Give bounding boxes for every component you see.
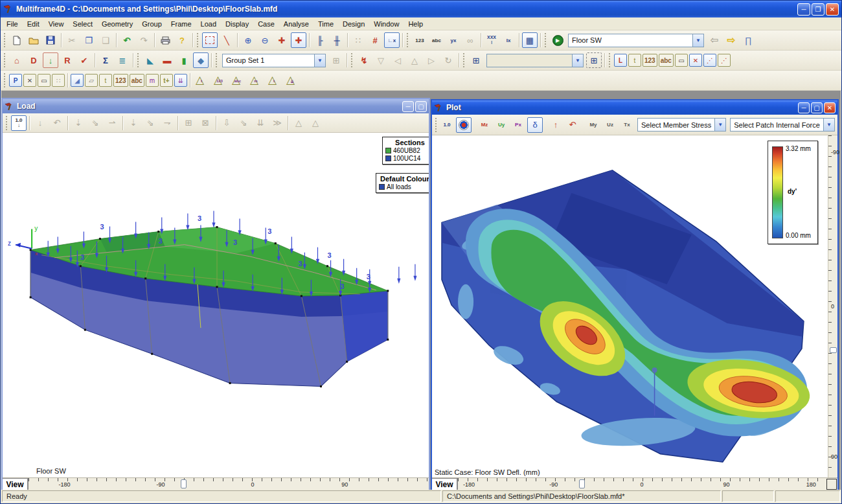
copy-button[interactable]: ❐ [81, 32, 97, 48]
zoom-out-button[interactable]: ⊖ [257, 32, 273, 48]
run-analysis-button[interactable]: ▶ [550, 32, 565, 48]
load-titlebar[interactable]: Load ─ ▢ [3, 99, 429, 113]
patch-numbers-button[interactable]: 123 [113, 74, 128, 87]
analyse-button[interactable]: ↯ [356, 52, 372, 68]
chevron-down-icon[interactable]: ▼ [314, 54, 325, 67]
previous-case-button[interactable]: ⇦ [707, 32, 722, 48]
toolbar-grip[interactable] [4, 33, 6, 47]
distributed-load-button[interactable]: ⇊ [253, 115, 268, 131]
grid-button[interactable]: # [367, 32, 383, 48]
toolbar-grip[interactable] [4, 53, 6, 67]
gravity-load-button[interactable]: ↓ [32, 115, 48, 131]
snap-grid-button[interactable]: ∷ [350, 32, 366, 48]
print-button[interactable] [157, 32, 173, 48]
patch-pressure-load-button[interactable]: △ [308, 115, 323, 131]
load-horizontal-ruler[interactable]: -180 -90 0 90 [28, 478, 429, 490]
paste-button[interactable]: ❑ [98, 32, 113, 48]
load-view-tab[interactable]: View [3, 478, 28, 490]
node-moment-button[interactable]: ⇀ [104, 115, 120, 131]
plot-vertical-ruler[interactable]: -90 0 90 [828, 135, 837, 477]
restore-button[interactable]: ❐ [812, 3, 825, 16]
member-stress-selector[interactable]: Select Member Stress ▼ [637, 118, 726, 132]
patch-material-button[interactable]: m [146, 74, 159, 87]
menu-window[interactable]: Window [369, 19, 404, 29]
load-scale-button[interactable]: 1.0↓ [11, 115, 27, 131]
plate-thickness-button[interactable]: △t [193, 73, 210, 88]
menu-load[interactable]: Load [196, 19, 221, 29]
design-button[interactable]: D [26, 52, 41, 68]
patch-pressure-button[interactable]: ⇊ [174, 74, 187, 87]
chevron-down-icon[interactable]: ▼ [714, 119, 725, 131]
show-sections-button[interactable]: XXXI [484, 32, 499, 48]
first-step-button[interactable]: ◁ [390, 52, 405, 68]
new-button[interactable] [9, 32, 25, 48]
cut-button[interactable]: ✂ [64, 32, 80, 48]
select-rectangle-button[interactable] [202, 32, 218, 48]
show-patch-outline-button[interactable]: ▭ [675, 54, 688, 67]
zoom-in-button[interactable]: ⊕ [240, 32, 256, 48]
menu-select[interactable]: Select [68, 19, 97, 29]
close-button[interactable]: ✕ [826, 3, 839, 16]
flip-plot-button[interactable]: ↑ [548, 117, 563, 133]
toolbar-grip[interactable] [351, 53, 354, 67]
show-local-axes-button[interactable]: yx [446, 32, 461, 48]
show-loads-button[interactable]: L [614, 54, 627, 67]
thermal-load-button[interactable]: ⊞ [181, 115, 196, 131]
axial-x-button[interactable]: Px [510, 117, 526, 133]
open-button[interactable] [26, 32, 41, 48]
chevron-down-icon[interactable]: ▼ [823, 119, 834, 131]
menu-time[interactable]: Time [313, 19, 338, 29]
toolbar-grip[interactable] [463, 53, 466, 67]
show-load-values-button[interactable]: 123 [643, 54, 657, 67]
group-set-selector[interactable]: Group Set 1 ▼ [222, 54, 326, 67]
patch-offset-button[interactable]: t+ [160, 74, 173, 87]
plot-close-button[interactable]: ✕ [824, 102, 836, 113]
toolbar-grip[interactable] [4, 73, 6, 87]
toolbar-grip[interactable] [609, 53, 611, 67]
menu-edit[interactable]: Edit [23, 19, 44, 29]
moment-y-button[interactable]: My [586, 117, 601, 133]
toolbar-grip[interactable] [197, 33, 199, 47]
plate-local-axes-button[interactable]: △t [266, 73, 282, 88]
plot-canvas[interactable]: 3.32 mm dy' 0.00 mm Static Case: Floor S… [432, 135, 828, 477]
plot-horizontal-ruler[interactable]: -180 -90 0 90 180 [458, 478, 826, 490]
torsion-x-button[interactable]: Tx [619, 117, 635, 133]
member-selector[interactable]: ▼ [486, 54, 584, 67]
member-moment-button[interactable]: ⇁ [159, 115, 175, 131]
select-line-button[interactable]: ╲ [219, 32, 234, 48]
ruler-slider[interactable] [579, 479, 585, 488]
plot-titlebar[interactable]: Plot ─ ▢ ✕ [432, 100, 837, 115]
plot-minimize-button[interactable]: ─ [798, 102, 810, 113]
toolbar-grip[interactable] [435, 118, 437, 132]
isometric-view-button[interactable]: ◆ [193, 52, 209, 68]
play-step-button[interactable]: ▷ [424, 52, 439, 68]
reset-plot-button[interactable]: ↶ [565, 117, 580, 133]
load-undo-button[interactable]: ↶ [49, 115, 65, 131]
menu-group[interactable]: Group [137, 19, 166, 29]
patch-outline-button[interactable]: ▭ [38, 74, 51, 87]
show-patch-mesh-button[interactable]: ✕ [689, 54, 702, 67]
menu-help[interactable]: Help [404, 19, 427, 29]
member-grid-button[interactable]: ⊞ [468, 52, 484, 68]
frame-view-button[interactable]: ∏ [740, 32, 756, 48]
side-view-button[interactable]: ▬ [159, 52, 175, 68]
uniform-load-button[interactable]: ⇩ [219, 115, 234, 131]
toolbar-grip[interactable] [545, 33, 547, 47]
minimize-button[interactable]: ─ [797, 3, 810, 16]
menu-file[interactable]: File [2, 19, 23, 29]
member-point-load-button[interactable]: ⇣ [126, 115, 141, 131]
patch-fill-button[interactable]: ◢ [71, 74, 84, 87]
menu-analyse[interactable]: Analyse [279, 19, 313, 29]
show-contour-values-button[interactable]: ⋰ [718, 54, 731, 67]
data-table-button[interactable]: ▦ [522, 32, 538, 48]
show-load-names-button[interactable]: abc [659, 54, 674, 67]
pan-button[interactable]: ✚ [274, 32, 290, 48]
check-button[interactable]: ✔ [76, 52, 92, 68]
plot-view-tab[interactable]: View [432, 478, 458, 490]
show-releases-button[interactable]: ∞ [462, 32, 478, 48]
shear-z-button[interactable]: Uz [602, 117, 618, 133]
ruler-corner-box[interactable] [826, 479, 837, 490]
node-load-button[interactable]: ⇘ [87, 115, 103, 131]
patch-load-button[interactable]: △ [291, 115, 306, 131]
patch-names-button[interactable]: abc [130, 74, 144, 87]
